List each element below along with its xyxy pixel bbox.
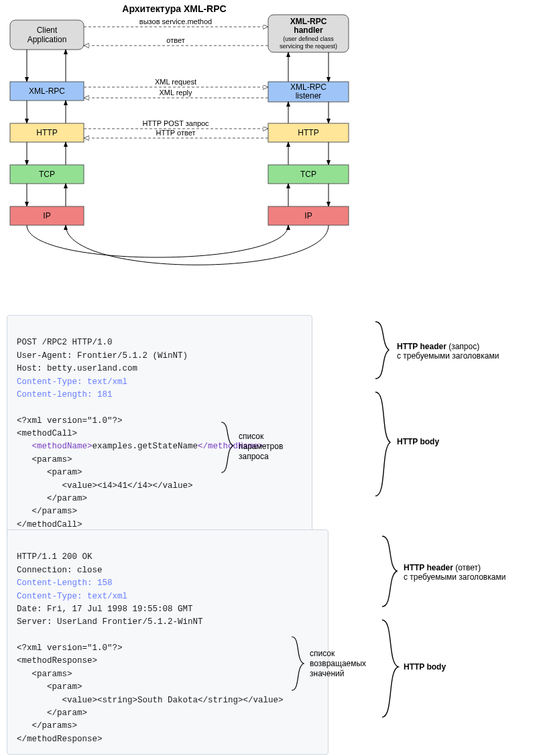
edge-xml-rep: XML reply <box>159 88 192 97</box>
label-handler-3: (user defined class <box>283 36 334 42</box>
label-http-right: HTTP <box>298 128 318 137</box>
label-handler-1: XML-RPC <box>290 17 327 26</box>
label-xmlrpc-left: XML-RPC <box>29 86 65 96</box>
edge-xml-req: XML request <box>155 78 196 86</box>
architecture-diagram: Архитектура XML-RPC Client Application X… <box>0 0 537 281</box>
label-client-1: Client <box>37 25 58 35</box>
edge-reply: ответ <box>166 36 184 44</box>
edge-call: вызов service.method <box>139 17 212 25</box>
label-listener-2: listener <box>296 91 322 101</box>
label-client-2: Application <box>27 35 67 44</box>
edge-http-reply: HTTP ответ <box>156 129 195 137</box>
label-ip-left: IP <box>43 211 50 220</box>
label-http-left: HTTP <box>36 128 57 137</box>
label-ip-right: IP <box>304 211 312 220</box>
ip-curve-2 <box>66 225 329 265</box>
label-listener-1: XML-RPC <box>290 82 326 92</box>
diagram-title: Архитектура XML-RPC <box>122 3 226 14</box>
label-tcp-right: TCP <box>300 170 316 179</box>
label-handler-2: handler <box>294 25 323 35</box>
edge-http-post: HTTP POST запрос <box>142 119 209 127</box>
label-handler-4: servicing the request) <box>280 43 337 50</box>
label-tcp-left: TCP <box>39 170 55 179</box>
ip-curve-1 <box>27 225 288 257</box>
